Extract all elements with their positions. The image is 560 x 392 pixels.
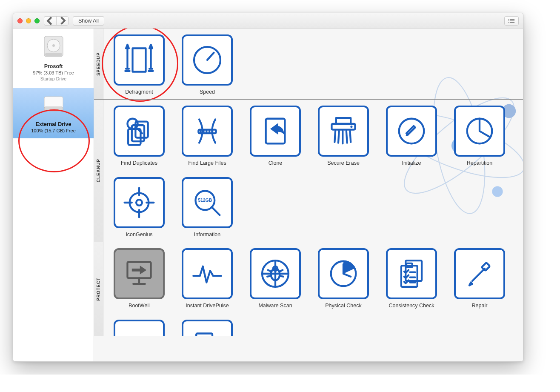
list-icon xyxy=(508,18,515,23)
svg-point-49 xyxy=(136,200,142,206)
minimize-window-button[interactable] xyxy=(26,18,31,23)
speedometer-icon xyxy=(189,42,226,78)
pulse-icon xyxy=(189,255,226,292)
corset-icon xyxy=(189,113,226,149)
svg-line-68 xyxy=(280,276,283,277)
tool-malware-scan[interactable]: Malware Scan xyxy=(247,248,303,309)
svg-point-4 xyxy=(509,22,509,23)
svg-rect-78 xyxy=(482,263,490,271)
tool-label: Secure Erase xyxy=(315,160,371,166)
titlebar: Show All xyxy=(13,13,523,29)
section-speedup: SPEEDUP Defragment xyxy=(94,29,523,99)
duplicates-icon xyxy=(121,113,157,149)
checklist-icon xyxy=(393,255,430,292)
svg-line-42 xyxy=(338,131,339,143)
tool-initialize[interactable]: Initialize xyxy=(383,106,440,166)
drive-sidebar: Prosoft 97% (3.03 TB) Free Startup Drive… xyxy=(13,29,94,361)
nav-back-button[interactable] xyxy=(44,17,56,25)
tool-clone[interactable]: Clone xyxy=(247,106,303,166)
svg-point-8 xyxy=(52,44,55,47)
svg-rect-5 xyxy=(510,22,514,22)
section-cleanup: CLEANUP Find Duplicates xyxy=(94,99,523,242)
svg-point-40 xyxy=(350,126,352,128)
tool-label: Defragment xyxy=(111,89,167,95)
tool-report[interactable] xyxy=(179,320,235,336)
section-protect: PROTECT BootWell xyxy=(94,242,523,336)
tool-panel: SPEEDUP Defragment xyxy=(94,29,523,361)
drive-free: 100% (15.7 GB) Free xyxy=(15,128,92,133)
pie-icon xyxy=(461,113,498,149)
svg-line-66 xyxy=(280,270,283,271)
tool-repartition[interactable]: Repartition xyxy=(451,106,508,166)
section-label: PROTECT xyxy=(94,242,103,336)
nav-back-forward xyxy=(44,16,69,26)
tool-physical-check[interactable]: Physical Check xyxy=(315,248,371,309)
tool-label: Information xyxy=(179,232,235,237)
tool-label: Clone xyxy=(247,160,303,166)
section-label: SPEEDUP xyxy=(94,29,103,99)
svg-line-65 xyxy=(268,270,271,271)
tool-rebuild[interactable] xyxy=(111,320,167,336)
rebuild-icon xyxy=(121,327,157,336)
view-mode-button[interactable] xyxy=(504,16,519,26)
tool-label: Repartition xyxy=(451,160,508,166)
svg-rect-3 xyxy=(510,20,514,21)
drive-name: Prosoft xyxy=(15,63,92,69)
internal-hdd-icon xyxy=(40,33,67,60)
svg-line-44 xyxy=(346,131,347,143)
tool-find-duplicates[interactable]: Find Duplicates xyxy=(111,106,167,166)
tool-label: BootWell xyxy=(111,303,167,309)
svg-text:512GB: 512GB xyxy=(198,198,212,203)
svg-marker-23 xyxy=(149,45,152,49)
svg-rect-9 xyxy=(45,53,62,56)
section-label: CLEANUP xyxy=(94,100,103,242)
svg-line-25 xyxy=(207,53,214,60)
tool-secure-erase[interactable]: Secure Erase xyxy=(315,106,371,166)
tool-information[interactable]: 512GB Information xyxy=(179,177,235,237)
tool-consistency-check[interactable]: Consistency Check xyxy=(383,248,440,309)
sidebar-drive-internal[interactable]: Prosoft 97% (3.03 TB) Free Startup Drive xyxy=(13,30,94,86)
svg-point-0 xyxy=(509,19,509,20)
tool-find-large-files[interactable]: Find Large Files xyxy=(179,106,235,166)
screwdriver-icon xyxy=(461,255,498,292)
nav-forward-button[interactable] xyxy=(56,17,68,25)
tool-icongenius[interactable]: IconGenius xyxy=(111,177,167,237)
svg-line-67 xyxy=(267,276,271,277)
info-mag-icon: 512GB xyxy=(189,184,226,221)
tool-label: Find Duplicates xyxy=(111,160,167,166)
svg-rect-79 xyxy=(196,333,212,336)
tool-defragment[interactable]: Defragment xyxy=(111,34,167,95)
tool-repair[interactable]: Repair xyxy=(451,248,508,309)
tool-label: Consistency Check xyxy=(383,303,440,309)
svg-rect-39 xyxy=(336,118,351,124)
app-window: Show All Prosoft 97% (3.03 TB) Free xyxy=(13,13,523,362)
target-icon xyxy=(121,184,157,221)
svg-line-55 xyxy=(211,207,220,215)
pencil-circle-icon xyxy=(393,113,430,149)
clone-icon xyxy=(257,113,294,149)
tool-label: Malware Scan xyxy=(247,303,303,309)
svg-point-2 xyxy=(509,20,509,21)
svg-line-71 xyxy=(343,274,351,277)
bug-target-icon xyxy=(257,255,294,292)
external-drive-icon xyxy=(40,91,67,118)
tool-label: Find Large Files xyxy=(179,160,235,166)
svg-line-41 xyxy=(334,131,335,142)
svg-marker-21 xyxy=(126,45,129,49)
window-controls xyxy=(17,18,40,23)
tool-bootwell[interactable]: BootWell xyxy=(111,248,167,309)
tool-speed[interactable]: Speed xyxy=(179,34,235,95)
drive-free: 97% (3.03 TB) Free xyxy=(15,70,92,75)
show-all-button[interactable]: Show All xyxy=(73,16,104,26)
tool-label: Speed xyxy=(179,89,235,95)
svg-rect-1 xyxy=(510,19,514,19)
tool-instant-drivepulse[interactable]: Instant DrivePulse xyxy=(179,248,235,309)
sidebar-drive-external[interactable]: External Drive 100% (15.7 GB) Free xyxy=(13,88,94,138)
drive-name: External Drive xyxy=(15,121,92,127)
zoom-window-button[interactable] xyxy=(34,18,40,23)
tool-label: Physical Check xyxy=(315,303,371,309)
defragment-icon xyxy=(121,42,157,78)
tool-label: Repair xyxy=(451,303,508,309)
close-window-button[interactable] xyxy=(17,18,23,23)
svg-rect-11 xyxy=(44,107,63,111)
